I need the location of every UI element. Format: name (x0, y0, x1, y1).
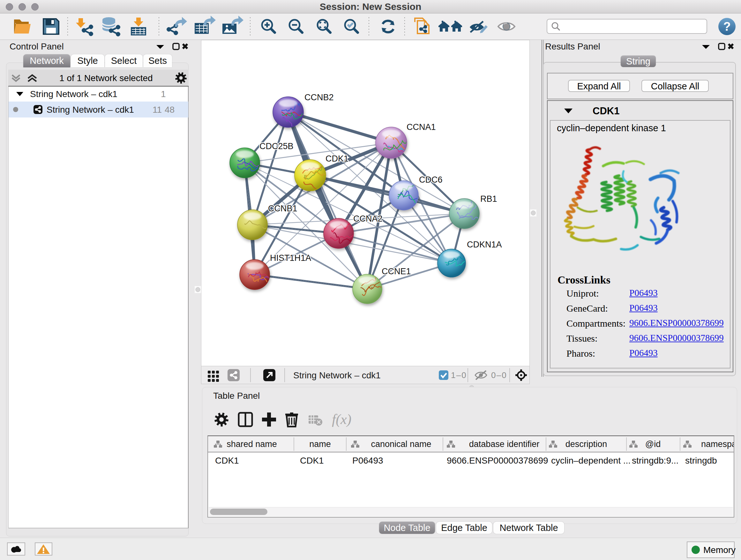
svg-text:CDK1: CDK1 (326, 154, 348, 164)
svg-text:CCNE1: CCNE1 (382, 266, 411, 276)
svg-text:CCNA1: CCNA1 (407, 122, 436, 132)
svg-text:CCNA2: CCNA2 (353, 214, 383, 224)
svg-text:CDC25B: CDC25B (259, 141, 293, 151)
svg-text:name: name (309, 439, 331, 449)
svg-text:f(x): f(x) (332, 412, 351, 427)
svg-text:9606.ENSP00000378699: 9606.ENSP00000378699 (447, 455, 548, 465)
svg-text:String Network – cdk1: String Network – cdk1 (293, 370, 381, 380)
svg-text:@id: @id (645, 439, 661, 449)
svg-text:namespac: namespac (701, 439, 734, 449)
svg-text:description: description (565, 439, 607, 449)
svg-text:CDK1: CDK1 (215, 455, 239, 465)
svg-text:CDKN1A: CDKN1A (467, 240, 502, 249)
svg-text:P06493: P06493 (352, 455, 383, 465)
svg-text:canonical name: canonical name (371, 439, 431, 449)
svg-text:cyclin–dependent ...: cyclin–dependent ... (551, 455, 630, 465)
svg-text:stringdb: stringdb (685, 455, 717, 465)
svg-text:CDK1: CDK1 (300, 455, 324, 465)
svg-text:1 – 0: 1 – 0 (451, 370, 466, 380)
svg-text:CCNB2: CCNB2 (305, 92, 334, 102)
svg-text:CCNB1: CCNB1 (268, 204, 297, 213)
svg-text:?: ? (723, 20, 731, 33)
svg-text:CDC6: CDC6 (419, 175, 443, 185)
svg-text:shared name: shared name (226, 439, 277, 449)
svg-text:RB1: RB1 (480, 194, 497, 204)
svg-text:stringdb:9...: stringdb:9... (632, 455, 678, 465)
svg-text:database identifier: database identifier (469, 439, 540, 449)
svg-text:0 – 0: 0 – 0 (491, 370, 507, 380)
svg-text:HIST1H1A: HIST1H1A (270, 253, 311, 263)
